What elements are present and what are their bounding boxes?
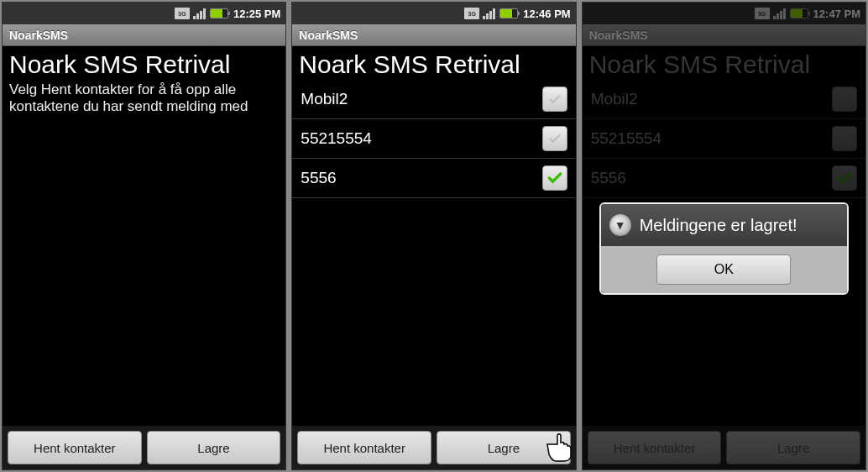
checkbox-unchecked-icon[interactable] — [542, 126, 567, 151]
status-icons: 3G — [464, 8, 518, 19]
footer-bar: Hent kontakter Lagre — [292, 426, 575, 469]
contact-row[interactable]: 5556 — [292, 159, 575, 198]
battery-icon — [210, 8, 228, 18]
checkbox-checked-icon[interactable] — [542, 165, 567, 191]
network-3g-icon: 3G — [464, 8, 479, 19]
status-icons: 3G — [175, 8, 228, 19]
checkbox-unchecked-icon[interactable] — [542, 87, 567, 112]
contact-label: 5556 — [301, 169, 336, 187]
contact-label: 55215554 — [301, 129, 372, 148]
app-titlebar: NoarkSMS — [292, 24, 575, 46]
dialog-header: ▼ Meldingene er lagret! — [601, 204, 847, 246]
status-bar: 3G 12:46 PM — [292, 3, 575, 24]
fetch-contacts-button[interactable]: Hent kontakter — [8, 431, 142, 464]
content-area: Noark SMS Retrival Mobil2 55215554 5556 — [292, 46, 575, 426]
clock: 12:46 PM — [523, 8, 570, 20]
signal-icon — [483, 8, 496, 19]
battery-icon — [499, 8, 518, 18]
clock: 12:25 PM — [233, 8, 280, 20]
phone-screen-2: 3G 12:46 PM NoarkSMS Noark SMS Retrival … — [291, 2, 576, 470]
page-heading: Noark SMS Retrival — [3, 46, 285, 80]
status-bar: 3G 12:25 PM — [3, 3, 285, 24]
instruction-text: Velg Hent kontakter for å få opp alle ko… — [3, 80, 285, 118]
arrow-down-circle-icon: ▼ — [609, 214, 631, 236]
phone-screen-1: 3G 12:25 PM NoarkSMS Noark SMS Retrival … — [2, 2, 286, 470]
dialog-title: Meldingene er lagret! — [640, 216, 797, 235]
app-titlebar: NoarkSMS — [3, 24, 285, 46]
dialog-body: OK — [601, 246, 847, 293]
contact-label: Mobil2 — [301, 90, 348, 108]
save-button[interactable]: Lagre — [147, 431, 281, 464]
phone-screen-3: 3G 12:47 PM NoarkSMS Noark SMS Retrival … — [582, 2, 866, 470]
contact-row[interactable]: 55215554 — [292, 119, 575, 159]
pointing-hand-icon — [541, 424, 581, 464]
contact-row[interactable]: Mobil2 — [292, 80, 575, 119]
page-heading: Noark SMS Retrival — [292, 46, 575, 80]
footer-bar: Hent kontakter Lagre — [3, 426, 285, 469]
signal-icon — [193, 8, 207, 19]
fetch-contacts-button[interactable]: Hent kontakter — [297, 431, 431, 464]
ok-button[interactable]: OK — [656, 254, 791, 285]
confirmation-dialog: ▼ Meldingene er lagret! OK — [599, 202, 849, 295]
content-area: Noark SMS Retrival Velg Hent kontakter f… — [3, 46, 285, 426]
network-3g-icon: 3G — [175, 8, 190, 19]
